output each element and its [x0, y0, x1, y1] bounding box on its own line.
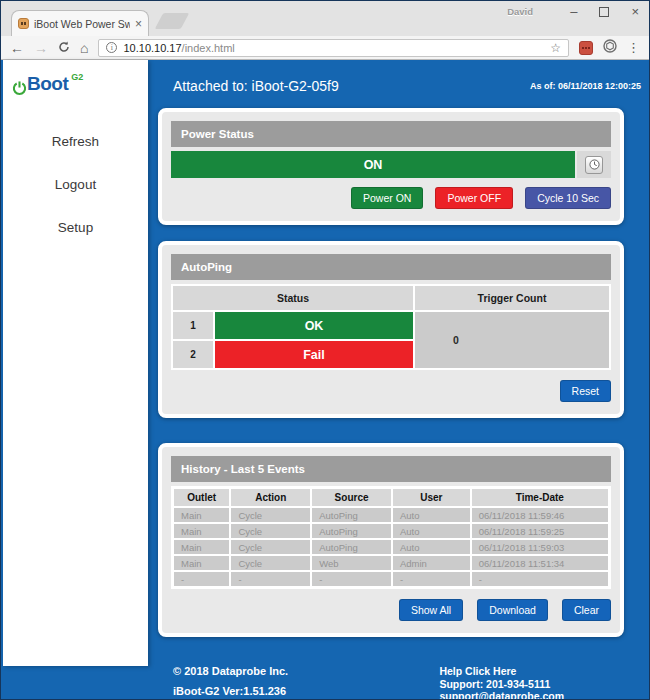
copyright-text: © 2018 Dataprobe Inc. — [173, 665, 288, 677]
power-status-row: ON — [171, 151, 611, 178]
help-link[interactable]: Help Click Here — [439, 665, 564, 678]
minimize-button[interactable]: – — [570, 5, 577, 19]
history-row: - - - - - — [174, 572, 608, 586]
autoping-table: Status Trigger Count 1 OK 0 2 Fail — [171, 284, 611, 370]
url-text[interactable]: 10.10.10.17/index.html — [123, 42, 234, 54]
history-cell: - — [231, 572, 310, 586]
history-cell: AutoPing — [312, 508, 391, 522]
browser-toolbar: ← → ⌂ i 10.10.10.17/index.html ☆ ⋮ — [1, 36, 649, 60]
history-cell: Main — [174, 540, 229, 554]
history-row: Main Cycle Web Admin 06/11/2018 11:51:34 — [174, 556, 608, 570]
history-cell: 06/11/2018 11:51:34 — [472, 556, 608, 570]
history-cell: - — [312, 572, 391, 586]
back-icon[interactable]: ← — [10, 41, 24, 55]
autoping-status-ok-bar: OK — [215, 312, 413, 339]
sidebar: Boot G2 Refresh Logout Setup — [3, 60, 148, 666]
reset-button[interactable]: Reset — [560, 380, 611, 402]
history-cell: Admin — [393, 556, 470, 570]
power-status-header: Power Status — [171, 121, 611, 147]
history-cell: - — [174, 572, 229, 586]
autoping-trigger-count: 0 — [415, 312, 609, 368]
cycle-timer-button[interactable] — [585, 156, 603, 174]
history-cell: Cycle — [231, 556, 310, 570]
window-close-button[interactable]: × — [631, 5, 639, 19]
history-cell: 06/11/2018 11:59:03 — [472, 540, 608, 554]
power-icon — [12, 80, 27, 96]
address-bar[interactable]: i 10.10.10.17/index.html ☆ — [98, 39, 569, 57]
maximize-button[interactable] — [599, 7, 609, 17]
cycle-10-sec-button[interactable]: Cycle 10 Sec — [525, 187, 611, 209]
aperture-extension-icon[interactable] — [603, 39, 617, 57]
history-panel: History - Last 5 Events Outlet Action So… — [158, 443, 624, 637]
browser-window: iBoot Web Power Switch × David – × ← → ⌂… — [0, 0, 650, 700]
history-col-timedate: Time-Date — [472, 489, 608, 506]
cycle-timer-cell — [577, 151, 611, 178]
history-cell: AutoPing — [312, 540, 391, 554]
bookmark-star-icon[interactable]: ☆ — [550, 41, 561, 55]
history-header: History - Last 5 Events — [171, 456, 611, 482]
history-table: Outlet Action Source User Time-Date Main… — [171, 486, 611, 589]
autoping-trigger-column-header: Trigger Count — [415, 286, 609, 310]
footer-left: © 2018 Dataprobe Inc. iBoot-G2 Ver:1.51.… — [173, 665, 288, 700]
history-cell: Cycle — [231, 508, 310, 522]
autoping-row-number: 1 — [173, 312, 213, 339]
history-cell: - — [472, 572, 608, 586]
history-cell: Main — [174, 556, 229, 570]
new-tab-button[interactable] — [155, 13, 190, 29]
autoping-status-fail-bar: Fail — [215, 341, 413, 368]
reload-icon[interactable] — [58, 41, 70, 55]
sidebar-nav: Refresh Logout Setup — [3, 128, 148, 241]
power-state-bar: ON — [171, 151, 575, 178]
history-buttons-row: Show All Download Clear — [171, 599, 611, 621]
browser-tab[interactable]: iBoot Web Power Switch × — [11, 10, 149, 36]
browser-titlebar[interactable]: iBoot Web Power Switch × David – × — [1, 1, 649, 36]
logo-badge: G2 — [71, 72, 83, 82]
history-row: Main Cycle AutoPing Auto 06/11/2018 11:5… — [174, 524, 608, 538]
power-on-button[interactable]: Power ON — [351, 187, 423, 209]
url-host: 10.10.10.17 — [123, 42, 181, 54]
history-col-outlet: Outlet — [174, 489, 229, 506]
history-cell: Web — [312, 556, 391, 570]
history-cell: Auto — [393, 508, 470, 522]
extension-icon[interactable] — [579, 41, 593, 55]
history-cell: Cycle — [231, 540, 310, 554]
history-col-action: Action — [231, 489, 310, 506]
iboot-logo: Boot G2 — [3, 60, 148, 96]
footer-support: Help Click Here Support: 201-934-5111 su… — [439, 665, 564, 700]
page-header: Attached to: iBoot-G2-05f9 As of: 06/11/… — [158, 60, 624, 94]
autoping-buttons-row: Reset — [171, 380, 611, 402]
autoping-row-number: 2 — [173, 341, 213, 368]
clear-button[interactable]: Clear — [562, 599, 611, 621]
forward-icon[interactable]: → — [34, 41, 48, 55]
sidebar-item-logout[interactable]: Logout — [3, 171, 148, 198]
sidebar-item-refresh[interactable]: Refresh — [3, 128, 148, 155]
history-cell: AutoPing — [312, 524, 391, 538]
tab-close-icon[interactable]: × — [135, 19, 142, 29]
sidebar-item-setup[interactable]: Setup — [3, 214, 148, 241]
history-col-source: Source — [312, 489, 391, 506]
history-cell: Main — [174, 524, 229, 538]
url-path: /index.html — [182, 42, 235, 54]
profile-name[interactable]: David — [507, 6, 533, 17]
logo-text: Boot — [27, 74, 68, 94]
power-status-panel: Power Status ON Power ON Power OFF Cycle… — [158, 108, 624, 225]
show-all-button[interactable]: Show All — [399, 599, 463, 621]
page-footer: © 2018 Dataprobe Inc. iBoot-G2 Ver:1.51.… — [158, 665, 624, 700]
page-body: Boot G2 Refresh Logout Setup Attached to… — [1, 60, 649, 700]
history-col-user: User — [393, 489, 470, 506]
history-cell: Auto — [393, 540, 470, 554]
history-header-row: Outlet Action Source User Time-Date — [174, 489, 608, 506]
download-button[interactable]: Download — [477, 599, 548, 621]
chrome-menu-icon[interactable]: ⋮ — [627, 40, 640, 55]
support-email[interactable]: support@dataprobe.com — [439, 690, 564, 700]
attached-device-title: Attached to: iBoot-G2-05f9 — [173, 78, 339, 94]
tab-title: iBoot Web Power Switch — [34, 18, 130, 30]
home-icon[interactable]: ⌂ — [80, 41, 88, 55]
history-cell: Main — [174, 508, 229, 522]
page-info-icon[interactable]: i — [106, 42, 117, 53]
history-cell: Auto — [393, 524, 470, 538]
as-of-timestamp: As of: 06/11/2018 12:00:25 — [530, 81, 641, 91]
history-cell: 06/11/2018 11:59:46 — [472, 508, 608, 522]
window-controls: – × — [570, 3, 639, 21]
power-off-button[interactable]: Power OFF — [435, 187, 513, 209]
